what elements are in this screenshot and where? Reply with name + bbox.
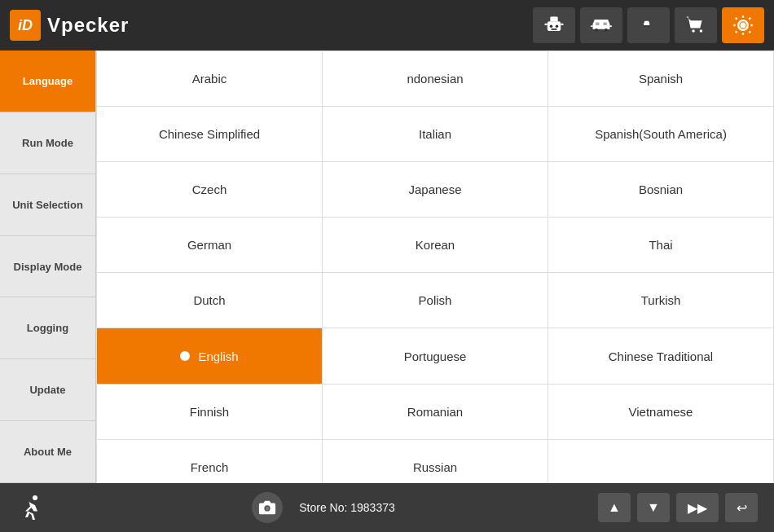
svg-point-15 bbox=[647, 25, 649, 27]
sidebar-item-update[interactable]: Update bbox=[0, 359, 95, 421]
lang-cell-3-0[interactable]: German bbox=[97, 218, 323, 273]
sidebar-item-display-mode[interactable]: Display Mode bbox=[0, 236, 95, 298]
lang-cell-label: Arabic bbox=[192, 72, 227, 86]
svg-rect-11 bbox=[603, 23, 607, 26]
lang-cell-label: Japanese bbox=[408, 182, 461, 196]
svg-point-22 bbox=[266, 507, 270, 511]
lang-cell-1-0[interactable]: Chinese Simplified bbox=[97, 107, 323, 162]
search-car-icon-btn[interactable] bbox=[627, 7, 670, 43]
lang-cell-label: ndonesian bbox=[407, 72, 463, 86]
footer-center: Store No: 1983373 bbox=[49, 492, 598, 523]
logo-area: iD Vpecker bbox=[10, 10, 533, 41]
nav-down-btn[interactable]: ▼ bbox=[637, 493, 670, 522]
sidebar-item-about-me[interactable]: About Me bbox=[0, 421, 95, 483]
lang-cell-label: Vietnamese bbox=[629, 405, 693, 419]
lang-cell-5-1[interactable]: Portuguese bbox=[323, 328, 548, 385]
lang-cell-4-1[interactable]: Polish bbox=[323, 273, 548, 328]
svg-point-2 bbox=[550, 24, 553, 27]
lang-cell-0-2[interactable]: Spanish bbox=[548, 51, 774, 107]
logo-icon: iD bbox=[10, 10, 41, 41]
lang-cell-5-2[interactable]: Chinese Traditional bbox=[548, 328, 774, 385]
nav-forward-btn[interactable]: ▶▶ bbox=[676, 493, 719, 522]
gear-icon-btn[interactable] bbox=[722, 7, 764, 43]
lang-cell-5-0[interactable]: English bbox=[97, 328, 323, 385]
footer: Store No: 1983373 ▲ ▼ ▶▶ ↩ bbox=[0, 483, 774, 532]
lang-cell-label: Bosnian bbox=[639, 182, 683, 196]
store-text: Store No: 1983373 bbox=[299, 501, 395, 514]
svg-line-13 bbox=[651, 28, 656, 33]
language-content: ArabicndonesianSpanishChinese Simplified… bbox=[96, 51, 774, 483]
lang-cell-label: Chinese Simplified bbox=[159, 127, 260, 141]
lang-cell-4-2[interactable]: Turkish bbox=[548, 273, 774, 328]
nav-back-btn[interactable]: ↩ bbox=[725, 493, 758, 522]
logo-text: Vpecker bbox=[47, 14, 129, 37]
lang-cell-label: Polish bbox=[419, 293, 452, 307]
cart-icon-btn[interactable] bbox=[675, 7, 717, 43]
sidebar-item-language[interactable]: Language bbox=[0, 51, 95, 112]
svg-rect-7 bbox=[561, 24, 564, 25]
robot-icon-btn[interactable] bbox=[533, 7, 575, 43]
lang-cell-2-0[interactable]: Czech bbox=[97, 162, 323, 218]
sidebar-item-logging[interactable]: Logging bbox=[0, 297, 95, 359]
search-car-icon bbox=[637, 14, 660, 37]
lang-cell-label: Korean bbox=[416, 238, 455, 252]
lang-cell-1-1[interactable]: Italian bbox=[323, 107, 548, 162]
lang-cell-4-0[interactable]: Dutch bbox=[97, 273, 323, 328]
run-person-icon bbox=[18, 493, 47, 522]
lang-cell-label: Chinese Traditional bbox=[609, 350, 713, 363]
svg-point-9 bbox=[605, 29, 608, 32]
lang-cell-label: Russian bbox=[413, 460, 457, 474]
robot-icon bbox=[543, 14, 565, 37]
run-icon[interactable] bbox=[16, 491, 49, 524]
footer-right: ▲ ▼ ▶▶ ↩ bbox=[598, 493, 758, 522]
svg-rect-6 bbox=[544, 24, 548, 25]
logo-letter: iD bbox=[18, 17, 33, 34]
camera-icon bbox=[258, 499, 276, 517]
camera-icon-btn[interactable] bbox=[252, 492, 283, 523]
sidebar-item-run-mode[interactable]: Run Mode bbox=[0, 112, 95, 174]
car-icon bbox=[590, 14, 613, 37]
lang-cell-7-2 bbox=[548, 440, 774, 484]
cart-icon bbox=[684, 14, 707, 37]
svg-rect-10 bbox=[596, 23, 600, 26]
footer-left bbox=[16, 491, 49, 524]
gear-icon bbox=[732, 14, 754, 37]
sidebar: Language Run Mode Unit Selection Display… bbox=[0, 51, 96, 483]
lang-cell-label: Thai bbox=[649, 238, 672, 252]
nav-up-btn[interactable]: ▲ bbox=[598, 493, 631, 522]
lang-cell-7-1[interactable]: Russian bbox=[323, 440, 548, 484]
lang-cell-label: Italian bbox=[419, 127, 451, 141]
lang-cell-2-1[interactable]: Japanese bbox=[323, 162, 548, 218]
lang-cell-1-2[interactable]: Spanish(South America) bbox=[548, 107, 774, 162]
lang-cell-label: Spanish bbox=[639, 72, 683, 86]
lang-cell-label: Portuguese bbox=[404, 350, 467, 363]
lang-cell-6-0[interactable]: Finnish bbox=[97, 385, 323, 440]
car-icon-btn[interactable] bbox=[580, 7, 622, 43]
svg-point-18 bbox=[741, 23, 746, 29]
lang-cell-3-2[interactable]: Thai bbox=[548, 218, 774, 273]
lang-cell-label: English bbox=[198, 350, 238, 363]
svg-point-20 bbox=[33, 495, 37, 500]
lang-cell-label: Czech bbox=[192, 182, 227, 196]
lang-cell-0-1[interactable]: ndonesian bbox=[323, 51, 548, 107]
lang-cell-0-0[interactable]: Arabic bbox=[97, 51, 323, 107]
header: iD Vpecker bbox=[0, 0, 774, 51]
svg-rect-4 bbox=[552, 29, 557, 30]
lang-cell-6-2[interactable]: Vietnamese bbox=[548, 385, 774, 440]
lang-cell-6-1[interactable]: Romanian bbox=[323, 385, 548, 440]
lang-cell-label: Turkish bbox=[641, 293, 681, 307]
lang-cell-7-0[interactable]: French bbox=[97, 440, 323, 484]
svg-point-3 bbox=[556, 24, 559, 27]
language-table: ArabicndonesianSpanishChinese Simplified… bbox=[96, 51, 774, 483]
lang-cell-label: Dutch bbox=[193, 293, 225, 307]
sidebar-item-unit-selection[interactable]: Unit Selection bbox=[0, 174, 95, 236]
main-layout: Language Run Mode Unit Selection Display… bbox=[0, 51, 774, 483]
header-icons bbox=[533, 7, 764, 43]
svg-point-8 bbox=[595, 29, 598, 32]
lang-cell-label: Finnish bbox=[190, 405, 229, 419]
lang-cell-3-1[interactable]: Korean bbox=[323, 218, 548, 273]
lang-cell-label: German bbox=[187, 238, 231, 252]
lang-cell-2-2[interactable]: Bosnian bbox=[548, 162, 774, 218]
lang-cell-label: Romanian bbox=[407, 405, 463, 419]
svg-point-17 bbox=[700, 29, 703, 33]
